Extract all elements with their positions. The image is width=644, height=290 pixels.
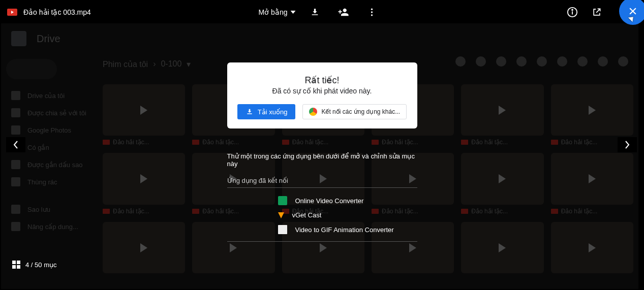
grid-view-icon[interactable] [12,261,20,269]
new-button [6,59,57,79]
error-modal: Rất tiếc! Đã có sự cố khi phát video này… [227,62,417,128]
prev-arrow[interactable] [6,137,25,152]
svg-point-1 [371,11,373,13]
file-name: Đảo hải tặc 003.mp4 [23,8,91,16]
svg-point-2 [371,14,373,16]
apps-heading: Thử một trong các ứng dụng bên dưới để m… [227,152,417,172]
svg-point-0 [371,9,373,10]
apps-connected-label: Ứng dụng đã kết nối [227,177,417,188]
open-with-dropdown[interactable]: Mở bằng [259,8,296,16]
vget-icon [278,212,284,218]
file-type-icon [7,9,17,16]
add-people-icon[interactable] [334,3,352,21]
connect-apps-button[interactable]: Kết nối các ứng dụng khác... [302,104,407,119]
next-arrow[interactable] [618,137,637,152]
svg-point-5 [572,10,573,11]
preview-header: Đảo hải tặc 003.mp4 Mở bằng [1,1,638,23]
converter-icon [278,196,287,205]
app-item-vget-cast[interactable]: vGet Cast [227,208,417,222]
gif-icon [278,225,287,234]
modal-title: Rất tiếc! [237,75,407,86]
drive-logo [11,31,26,46]
drive-app-name: Drive [37,33,60,45]
download-icon[interactable] [305,3,324,21]
pop-out-icon[interactable] [588,3,606,21]
info-icon[interactable] [563,3,581,21]
item-counter: 4 / 50 mục [12,261,56,269]
app-item-gif-converter[interactable]: Video to GIF Animation Converter [227,222,417,237]
download-button[interactable]: Tải xuống [237,104,296,119]
modal-subtitle: Đã có sự cố khi phát video này. [237,87,407,95]
apps-section: Thử một trong các ứng dụng bên dưới để m… [227,152,417,242]
app-item-online-video-converter[interactable]: Online Video Converter [227,193,417,208]
more-actions-icon[interactable] [362,3,381,21]
chrome-icon [309,108,317,116]
